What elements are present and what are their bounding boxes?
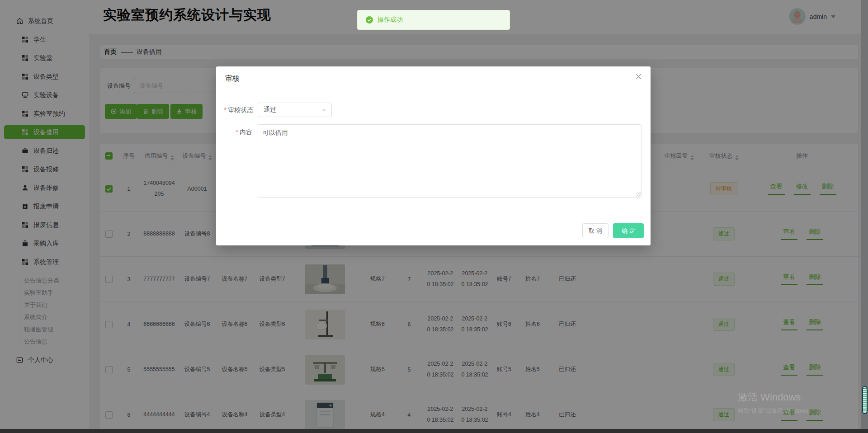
close-icon[interactable] (636, 74, 642, 80)
required-mark: * (224, 106, 226, 113)
status-select-value: 通过 (264, 106, 321, 114)
status-select[interactable]: 通过 (258, 103, 332, 117)
review-dialog: 审核 *审核状态 通过 *内容 可以借用 取 消 确 定 (216, 66, 651, 245)
cancel-button[interactable]: 取 消 (582, 223, 609, 238)
dialog-title: 审核 (225, 74, 240, 84)
app-root: 系统首页学生实验室设备类型实验设备实验室预约设备借用设备归还设备报修设备维修报废… (0, 0, 868, 433)
confirm-button[interactable]: 确 定 (613, 223, 644, 238)
status-label-text: 审核状态 (228, 106, 253, 113)
content-textarea-wrap: 可以借用 (257, 124, 642, 198)
success-check-icon (366, 16, 373, 24)
content-textarea[interactable]: 可以借用 (257, 124, 642, 198)
success-toast: 操作成功 (357, 10, 510, 30)
required-mark: * (236, 128, 238, 136)
toast-message: 操作成功 (377, 16, 403, 24)
content-field-label: *内容 (216, 128, 252, 136)
resize-grip-icon[interactable] (636, 192, 641, 197)
content-label-text: 内容 (240, 128, 252, 136)
bottom-edge (0, 429, 868, 433)
scrollbar-thumb[interactable] (862, 386, 868, 414)
chevron-down-icon (321, 107, 327, 113)
status-field-label: *审核状态 (216, 106, 253, 114)
